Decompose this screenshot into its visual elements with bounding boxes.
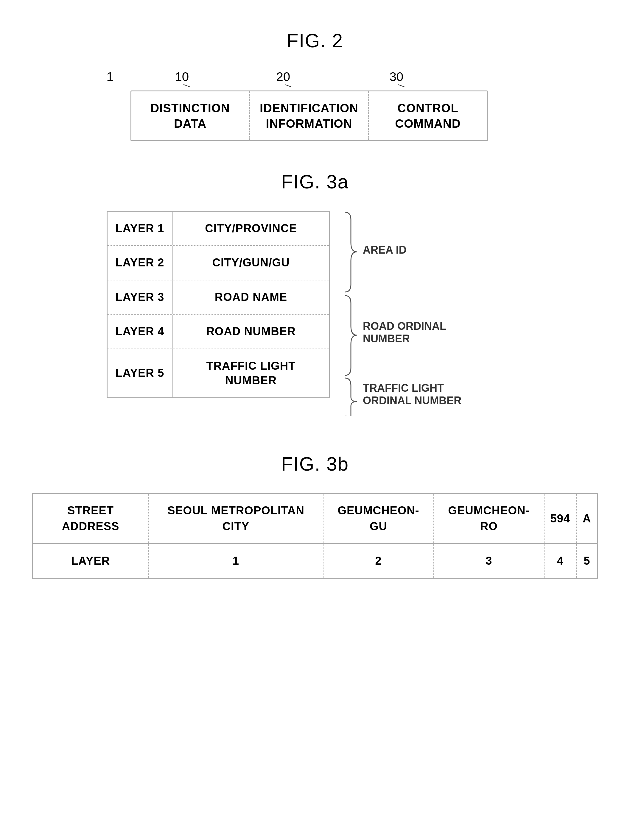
fig3b-data-col3: 2 xyxy=(323,544,434,578)
svg-line-0 xyxy=(184,85,190,87)
fig3a-cell-city-gun-gu: CITY/GUN/GU xyxy=(173,246,329,279)
fig3a-cell-traffic-light: TRAFFIC LIGHT NUMBER xyxy=(173,349,329,398)
fig2-title: FIG. 2 xyxy=(287,30,343,52)
svg-text:NUMBER: NUMBER xyxy=(363,333,410,345)
fig3b-section: FIG. 3b STREET ADDRESS SEOUL METROPOLITA… xyxy=(24,453,606,579)
fig3a-table: LAYER 1 CITY/PROVINCE LAYER 2 CITY/GUN/G… xyxy=(107,211,330,398)
fig3a-braces-svg: AREA ID ROAD ORDINAL NUMBER TRAFFIC LIGH… xyxy=(342,211,491,416)
fig2-leaders xyxy=(130,69,488,87)
table-row: LAYER 4 ROAD NUMBER xyxy=(108,315,329,349)
fig3b-title: FIG. 3b xyxy=(281,453,349,475)
fig3b-header-col4: GEUMCHEON-RO xyxy=(434,494,544,544)
fig3b-data-col1: LAYER xyxy=(32,544,149,578)
fig2-ref1: 1 xyxy=(107,69,114,84)
fig3b-data-col5: 4 xyxy=(544,544,576,578)
svg-text:TRAFFIC LIGHT: TRAFFIC LIGHT xyxy=(363,382,444,394)
fig3a-cell-layer3: LAYER 3 xyxy=(108,280,173,314)
table-row: LAYER 5 TRAFFIC LIGHT NUMBER xyxy=(108,349,329,398)
fig3b-header-col3: GEUMCHEON-GU xyxy=(323,494,434,544)
svg-text:ROAD ORDINAL: ROAD ORDINAL xyxy=(363,320,446,332)
svg-text:ORDINAL NUMBER: ORDINAL NUMBER xyxy=(363,395,461,407)
fig3a-diagram: LAYER 1 CITY/PROVINCE LAYER 2 CITY/GUN/G… xyxy=(107,211,524,417)
fig3b-header-col6: A xyxy=(576,494,598,544)
fig3a-cell-road-name: ROAD NAME xyxy=(173,280,329,314)
fig3b-data-col6: 5 xyxy=(576,544,598,578)
svg-text:AREA ID: AREA ID xyxy=(363,244,407,256)
fig3b-data-col4: 3 xyxy=(434,544,544,578)
fig3b-header-col2: SEOUL METROPOLITAN CITY xyxy=(149,494,323,544)
fig2-boxes: DISTINCTION DATA IDENTIFICATION INFORMAT… xyxy=(130,90,488,141)
svg-line-1 xyxy=(285,85,291,87)
fig3a-annotations: AREA ID ROAD ORDINAL NUMBER TRAFFIC LIGH… xyxy=(342,211,491,417)
fig2-box3: CONTROL COMMAND xyxy=(369,92,487,140)
fig3b-data-col2: 1 xyxy=(149,544,323,578)
fig3a-cell-layer1: LAYER 1 xyxy=(108,212,173,245)
fig3a-cell-layer2: LAYER 2 xyxy=(108,246,173,279)
table-row: LAYER 2 CITY/GUN/GU xyxy=(108,246,329,280)
fig2-box1: DISTINCTION DATA xyxy=(131,92,250,140)
fig3b-data-row: LAYER 1 2 3 4 5 xyxy=(32,544,598,578)
fig3b-table: STREET ADDRESS SEOUL METROPOLITAN CITY G… xyxy=(32,493,598,579)
fig3a-cell-layer4: LAYER 4 xyxy=(108,315,173,348)
fig3a-title: FIG. 3a xyxy=(281,171,349,193)
page: FIG. 2 1 10 20 30 xyxy=(0,0,630,840)
svg-line-2 xyxy=(398,85,405,87)
fig3a-cell-city-province: CITY/PROVINCE xyxy=(173,212,329,245)
fig3a-cell-road-number: ROAD NUMBER xyxy=(173,315,329,348)
fig3b-header-col5: 594 xyxy=(544,494,576,544)
fig2-box2: IDENTIFICATION INFORMATION xyxy=(250,92,369,140)
table-row: LAYER 1 CITY/PROVINCE xyxy=(108,212,329,246)
fig2-diagram: 1 10 20 30 xyxy=(107,69,524,141)
fig3b-header-row: STREET ADDRESS SEOUL METROPOLITAN CITY G… xyxy=(32,494,598,544)
fig3b-header-col1: STREET ADDRESS xyxy=(32,494,149,544)
fig3a-section: FIG. 3a LAYER 1 CITY/PROVINCE LAYER 2 CI… xyxy=(24,171,606,417)
table-row: LAYER 3 ROAD NAME xyxy=(108,280,329,315)
fig3a-cell-layer5: LAYER 5 xyxy=(108,349,173,398)
fig2-section: FIG. 2 1 10 20 30 xyxy=(24,18,606,141)
